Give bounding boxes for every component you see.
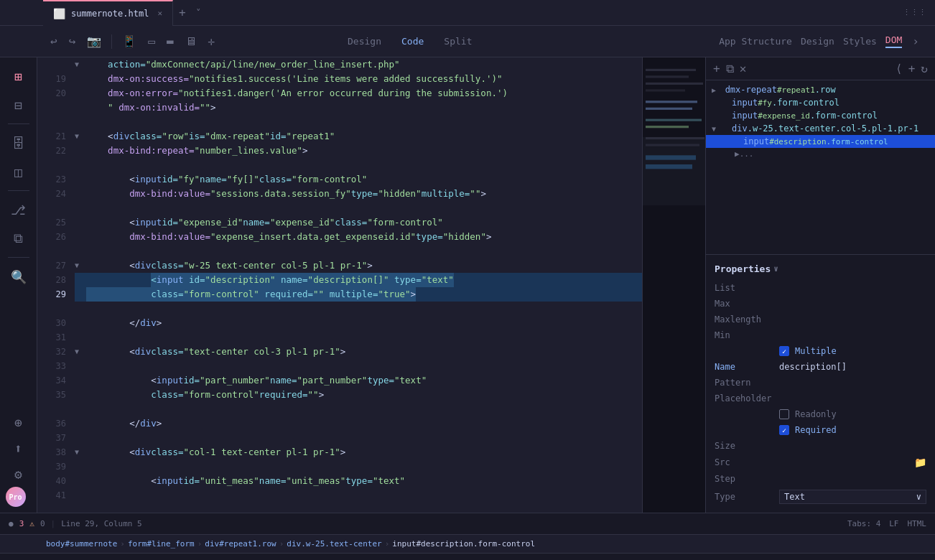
- refresh-button[interactable]: ↻: [921, 62, 928, 75]
- breadcrumb-div[interactable]: div.w-25.text-center: [287, 539, 381, 549]
- prop-size: Size: [706, 438, 935, 454]
- code-line: [75, 115, 642, 129]
- dom-node-div-w25[interactable]: ▼ div.w-25.text-center.col-5.pl-1.pr-1: [706, 122, 935, 135]
- camera-button[interactable]: 📷: [83, 32, 106, 51]
- code-line: [75, 302, 642, 316]
- tab-design[interactable]: Design: [801, 36, 834, 47]
- svg-rect-4: [646, 89, 685, 91]
- tablet-land-button[interactable]: ▬: [162, 32, 178, 51]
- warning-count: 0: [40, 519, 45, 528]
- minimap: [642, 57, 705, 513]
- prop-max: Max: [706, 296, 935, 312]
- breadcrumb-body[interactable]: body#summernote: [46, 539, 117, 549]
- code-text: ▼ action="dmxConnect/api/line/new_order_…: [72, 57, 642, 513]
- sidebar-bottom: ⊕ ⬆ ⚙ Pro: [6, 409, 32, 513]
- prop-maxlength: Maxlength: [706, 312, 935, 327]
- more-options-icon[interactable]: ⋮⋮⋮: [903, 8, 926, 17]
- warning-icon: ⚠: [29, 519, 34, 528]
- prop-min: Min: [706, 327, 935, 343]
- sidebar-item-search[interactable]: 🔍: [6, 263, 32, 289]
- code-line: dmx-bind:value="expense_insert.data.get_…: [75, 230, 642, 244]
- code-line: dmx-bind:repeat="number_lines.value">: [75, 144, 642, 158]
- sidebar-item-settings[interactable]: ⚙: [6, 461, 32, 487]
- bottom-bar: Project: zzz ∨ | Target: localhost ∨ | ⚙…: [0, 553, 935, 560]
- code-line: <input id="fy" name="fy[]" class="form-c…: [75, 172, 642, 187]
- line-numbers: 19 20 21 22 23 24 25 26 27 28 29 30 31 3…: [37, 57, 72, 513]
- dom-node-repeat1[interactable]: ▶ dmx-repeat#repeat1.row: [706, 83, 935, 96]
- sidebar-item-extensions[interactable]: ⊕: [6, 409, 32, 435]
- redo-button[interactable]: ↪: [65, 32, 80, 51]
- chevron-right-icon[interactable]: ›: [908, 32, 924, 51]
- user-avatar[interactable]: Pro: [6, 487, 26, 507]
- code-line: </div>: [75, 316, 642, 330]
- required-checkbox[interactable]: ✓: [779, 425, 789, 435]
- split-tab[interactable]: Split: [434, 33, 482, 50]
- fullscreen-button[interactable]: ✛: [204, 32, 220, 51]
- code-editor[interactable]: 19 20 21 22 23 24 25 26 27 28 29 30 31 3…: [37, 57, 705, 513]
- dom-node-more[interactable]: ▶ ...: [706, 148, 935, 160]
- code-line: ▼ <div class="text-center col-3 pl-1 pr-…: [75, 345, 642, 359]
- prop-step: Step: [706, 471, 935, 487]
- html-icon: ⬜: [53, 8, 65, 19]
- sidebar-separator-2: [8, 190, 29, 191]
- copy-node-button[interactable]: ⧉: [726, 62, 734, 75]
- status-bar: ● 3 ⚠ 0 | Line 29, Column 5 Tabs: 4 LF H…: [0, 513, 935, 534]
- dom-tree: ▶ dmx-repeat#repeat1.row input#fy.form-c…: [706, 80, 935, 254]
- svg-rect-7: [646, 119, 702, 121]
- tab-setting: Tabs: 4: [847, 519, 880, 528]
- dom-node-description[interactable]: input#description.form-control: [706, 135, 935, 148]
- right-panel: + ⧉ ✕ ⟨ + ↻ ▶ dmx-repeat#repeat1.row inp…: [705, 57, 935, 513]
- design-code-split-tabs: Design Code Split: [338, 33, 482, 50]
- dom-node-expense-id[interactable]: input#expense_id.form-control: [706, 109, 935, 122]
- toolbar-left: ↩ ↪ 📷 📱 ▭ ▬ 🖥 ✛: [9, 32, 219, 51]
- breadcrumb-repeat[interactable]: div#repeat1.row: [205, 539, 276, 549]
- tab-label: summernote.html: [71, 9, 149, 19]
- multiple-checkbox[interactable]: ✓: [779, 346, 789, 356]
- sidebar-item-share[interactable]: ⎇: [6, 197, 32, 223]
- code-line: dmx-on:success="notifies1.success('Line …: [75, 72, 642, 86]
- type-select[interactable]: Text ∨: [779, 490, 926, 504]
- undo-button[interactable]: ↩: [46, 32, 62, 51]
- prop-required: ✓ Required: [706, 422, 935, 438]
- code-line: ▼ action="dmxConnect/api/line/new_order_…: [75, 57, 642, 72]
- tab-app-structure[interactable]: App Structure: [719, 36, 792, 47]
- code-line: </div>: [75, 416, 642, 431]
- desktop-view-button[interactable]: 🖥: [181, 32, 201, 51]
- status-right: Tabs: 4 LF HTML: [847, 519, 926, 528]
- add-item-button[interactable]: +: [908, 62, 916, 75]
- sidebar-item-deploy[interactable]: ⬆: [6, 435, 32, 461]
- tab-dom[interactable]: DOM: [885, 34, 902, 48]
- tab-summernote[interactable]: ⬜ summernote.html ✕: [43, 0, 173, 26]
- code-line: ▼ <div class="row" is="dmx-repeat" id="r…: [75, 129, 642, 144]
- sidebar-item-nav[interactable]: ⊟: [6, 92, 32, 118]
- tab-styles[interactable]: Styles: [843, 36, 877, 47]
- breadcrumb-form[interactable]: form#line_form: [128, 539, 195, 549]
- select-chevron-icon: ∨: [916, 492, 921, 502]
- mobile-view-button[interactable]: 📱: [118, 32, 141, 51]
- code-line: dmx-on:error="notifies1.danger('An error…: [75, 86, 642, 101]
- close-panel-button[interactable]: ✕: [740, 62, 747, 75]
- design-tab[interactable]: Design: [338, 33, 391, 50]
- code-line-29: <input id="description" name="descriptio…: [75, 273, 642, 287]
- expand-panel-icon[interactable]: ⟨: [896, 62, 903, 75]
- new-tab-button[interactable]: +: [173, 6, 192, 19]
- code-line: [75, 402, 642, 416]
- sidebar-separator-3: [8, 257, 29, 258]
- sidebar-item-database[interactable]: 🗄: [6, 130, 32, 156]
- add-node-button[interactable]: +: [713, 62, 720, 75]
- dom-node-fy[interactable]: input#fy.form-control: [706, 96, 935, 109]
- sidebar-item-layers[interactable]: ⧉: [6, 225, 32, 251]
- tab-bar: ⬜ summernote.html ✕ + ˅ ⋮⋮⋮: [0, 0, 935, 26]
- tab-close-button[interactable]: ✕: [157, 9, 162, 18]
- code-tab[interactable]: Code: [391, 33, 434, 50]
- prop-collapse-icon[interactable]: ∨: [773, 264, 778, 274]
- dom-toolbar: + ⧉ ✕ ⟨ + ↻: [706, 57, 935, 80]
- folder-icon[interactable]: 📁: [914, 457, 926, 468]
- sidebar-item-components[interactable]: ⊞: [6, 63, 32, 89]
- sidebar-item-data[interactable]: ◫: [6, 159, 32, 185]
- readonly-checkbox[interactable]: [779, 409, 789, 419]
- tablet-view-button[interactable]: ▭: [144, 32, 159, 51]
- tab-chevron[interactable]: ˅: [192, 7, 205, 18]
- code-line: dmx-bind:value="sessions.data.session_fy…: [75, 187, 642, 201]
- breadcrumb-input: input#description.form-control: [392, 539, 535, 549]
